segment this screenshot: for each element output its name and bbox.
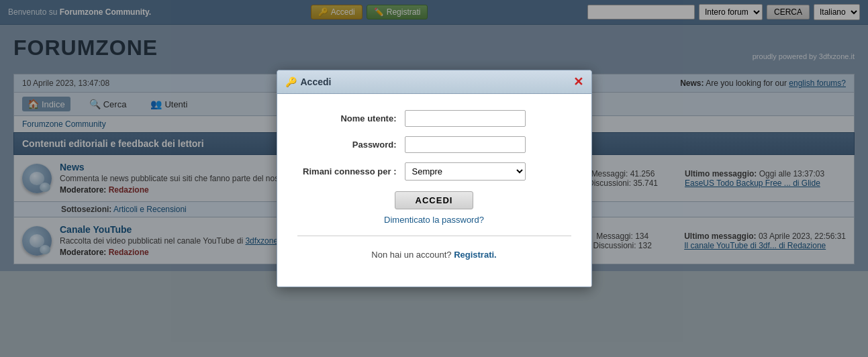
dialog-close-button[interactable]: ✕ bbox=[573, 76, 583, 88]
login-dialog: 🔑 Accedi ✕ Nome utente: Password: Rimani… bbox=[277, 70, 592, 271]
password-input[interactable] bbox=[405, 136, 526, 153]
no-account-text: Non hai un account? bbox=[371, 250, 454, 260]
dialog-title-text: Accedi bbox=[301, 76, 332, 87]
password-row: Password: bbox=[297, 136, 571, 153]
submit-row: ACCEDI bbox=[297, 191, 571, 209]
dialog-divider bbox=[297, 236, 571, 236]
username-row: Nome utente: bbox=[297, 110, 571, 127]
modal-overlay: 🔑 Accedi ✕ Nome utente: Password: Rimani… bbox=[0, 0, 868, 271]
dialog-key-icon: 🔑 bbox=[285, 76, 297, 87]
dialog-header: 🔑 Accedi ✕ bbox=[277, 70, 591, 94]
username-label: Nome utente: bbox=[297, 113, 405, 123]
forgot-password-row: Dimenticato la password? bbox=[297, 215, 571, 225]
remember-select[interactable]: Sempre 1 giorno 1 settimana 1 mese bbox=[405, 162, 526, 181]
accedi-submit-button[interactable]: ACCEDI bbox=[395, 191, 474, 209]
remember-label: Rimani connesso per : bbox=[297, 166, 405, 176]
dialog-body: Nome utente: Password: Rimani connesso p… bbox=[277, 94, 591, 271]
remember-row: Rimani connesso per : Sempre 1 giorno 1 … bbox=[297, 162, 571, 181]
forgot-password-link[interactable]: Dimenticato la password? bbox=[384, 215, 484, 225]
password-label: Password: bbox=[297, 140, 405, 150]
register-link[interactable]: Registrati. bbox=[454, 250, 497, 260]
username-input[interactable] bbox=[405, 110, 526, 127]
dialog-title: 🔑 Accedi bbox=[285, 76, 332, 87]
register-row: Non hai un account? Registrati. bbox=[297, 244, 571, 270]
